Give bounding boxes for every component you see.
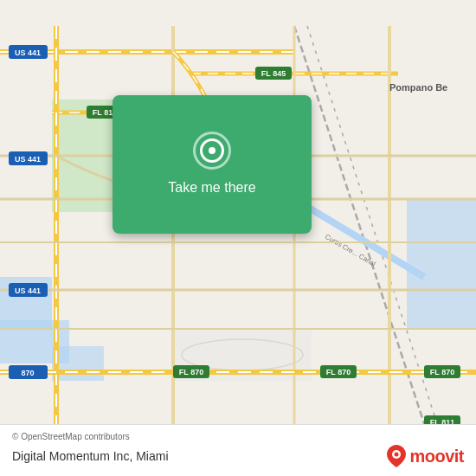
svg-line-9 [294, 199, 424, 277]
svg-rect-3 [52, 346, 104, 381]
take-me-there-button[interactable]: Take me there [161, 178, 262, 197]
copyright-text: © OpenStreetMap contributors [12, 432, 464, 441]
svg-text:FL 870: FL 870 [179, 368, 203, 376]
svg-text:US 441: US 441 [15, 48, 41, 57]
svg-text:US 441: US 441 [15, 155, 41, 164]
location-card[interactable]: Take me there [113, 95, 312, 234]
location-pin [193, 132, 231, 170]
map-roads: Curtis Cre... Canal [0, 0, 476, 476]
svg-text:FL 870: FL 870 [326, 368, 351, 376]
business-name: Digital Momentum Inc, Miami [12, 449, 169, 463]
moovit-logo: moovit [387, 445, 464, 467]
svg-text:Curtis Cre... Canal: Curtis Cre... Canal [324, 233, 377, 268]
svg-text:FL 845: FL 845 [261, 69, 286, 78]
svg-text:US 441: US 441 [15, 286, 41, 295]
bottom-bar: © OpenStreetMap contributors Digital Mom… [0, 424, 476, 476]
moovit-pin-icon [387, 445, 406, 467]
svg-text:870: 870 [21, 369, 34, 377]
moovit-brand-text: moovit [409, 447, 464, 466]
svg-rect-2 [407, 199, 476, 329]
svg-point-51 [395, 453, 399, 457]
svg-text:Pompano Be: Pompano Be [389, 82, 447, 93]
map-container: Curtis Cre... Canal [0, 0, 476, 476]
svg-text:FL 870: FL 870 [430, 368, 454, 376]
